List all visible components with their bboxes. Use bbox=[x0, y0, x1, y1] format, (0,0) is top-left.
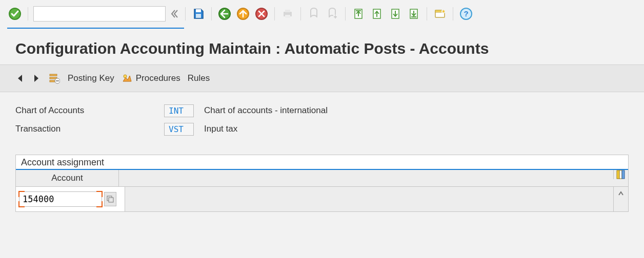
account-assignment-panel: Account assignment Account bbox=[15, 155, 629, 212]
exit-icon[interactable] bbox=[235, 6, 251, 22]
svg-point-26 bbox=[124, 75, 127, 78]
grid-body bbox=[16, 187, 628, 211]
selection-corner bbox=[18, 191, 25, 197]
chart-of-accounts-desc: Chart of accounts - international bbox=[204, 105, 328, 116]
rules-button[interactable]: Rules bbox=[188, 73, 210, 83]
separator bbox=[300, 7, 301, 20]
chart-of-accounts-label: Chart of Accounts bbox=[15, 105, 164, 116]
cancel-icon[interactable] bbox=[254, 6, 269, 22]
separator bbox=[274, 7, 275, 20]
nav-back-arrow-icon[interactable] bbox=[15, 71, 25, 86]
transaction-label: Transaction bbox=[15, 124, 164, 134]
help-icon[interactable]: ? bbox=[458, 6, 474, 22]
account-input[interactable] bbox=[19, 191, 102, 207]
grid-header-spacer bbox=[119, 170, 613, 186]
header-fields: Chart of Accounts INT Chart of accounts … bbox=[0, 92, 644, 143]
chart-of-accounts-row: Chart of Accounts INT Chart of accounts … bbox=[15, 101, 629, 120]
separator bbox=[345, 7, 346, 20]
transaction-code: VST bbox=[164, 123, 194, 136]
find-next-icon bbox=[325, 6, 340, 22]
find-icon bbox=[306, 6, 321, 22]
grid-header: Account bbox=[16, 170, 628, 187]
application-toolbar: Posting Key Procedures Rules bbox=[0, 64, 644, 92]
rules-label: Rules bbox=[188, 73, 210, 83]
transaction-row: Transaction VST Input tax bbox=[15, 120, 629, 138]
transaction-desc: Input tax bbox=[204, 124, 237, 134]
procedures-button[interactable]: Procedures bbox=[122, 71, 180, 86]
svg-rect-7 bbox=[285, 10, 290, 12]
system-toolbar: ? bbox=[0, 0, 644, 28]
svg-rect-28 bbox=[619, 170, 622, 179]
separator bbox=[28, 7, 28, 20]
title-area: Configuration Accounting Maintain : Auto… bbox=[0, 29, 644, 64]
chart-of-accounts-code: INT bbox=[164, 104, 194, 117]
separator bbox=[453, 7, 453, 20]
account-cell bbox=[16, 187, 125, 211]
separator bbox=[211, 7, 212, 20]
column-config-button[interactable] bbox=[613, 170, 628, 179]
account-column-header[interactable]: Account bbox=[16, 170, 119, 186]
procedures-label: Procedures bbox=[136, 73, 180, 83]
print-icon bbox=[280, 6, 295, 22]
svg-rect-2 bbox=[196, 14, 201, 18]
first-page-icon[interactable] bbox=[351, 6, 366, 22]
selection-corner bbox=[96, 191, 103, 197]
procedures-icon bbox=[122, 71, 133, 86]
grid-rest bbox=[125, 187, 613, 211]
account-assignment-title: Account assignment bbox=[16, 155, 628, 170]
command-field[interactable] bbox=[33, 6, 166, 22]
svg-rect-31 bbox=[109, 198, 113, 202]
value-help-button[interactable] bbox=[104, 192, 116, 206]
separator bbox=[427, 7, 427, 20]
page-title: Configuration Accounting Maintain : Auto… bbox=[15, 40, 629, 57]
list-remove-icon[interactable] bbox=[48, 71, 61, 86]
posting-key-label: Posting Key bbox=[68, 73, 114, 83]
ok-icon[interactable] bbox=[7, 6, 23, 22]
last-page-icon[interactable] bbox=[406, 6, 421, 22]
chevron-left-icon[interactable] bbox=[169, 6, 180, 22]
svg-rect-8 bbox=[285, 15, 290, 18]
nav-forward-arrow-icon[interactable] bbox=[32, 71, 41, 86]
svg-text:?: ? bbox=[464, 9, 468, 18]
back-icon[interactable] bbox=[217, 6, 232, 22]
svg-rect-29 bbox=[622, 170, 625, 179]
svg-rect-27 bbox=[617, 170, 619, 179]
svg-rect-1 bbox=[196, 9, 201, 12]
new-session-icon[interactable] bbox=[432, 6, 448, 22]
selection-corner bbox=[18, 201, 25, 207]
separator bbox=[185, 7, 186, 20]
prev-page-icon[interactable] bbox=[369, 6, 385, 22]
next-page-icon[interactable] bbox=[388, 6, 403, 22]
svg-rect-21 bbox=[50, 74, 57, 76]
scroll-up-button[interactable] bbox=[613, 187, 628, 211]
save-icon[interactable] bbox=[191, 6, 206, 22]
posting-key-button[interactable]: Posting Key bbox=[68, 73, 114, 83]
selection-corner bbox=[96, 201, 103, 207]
